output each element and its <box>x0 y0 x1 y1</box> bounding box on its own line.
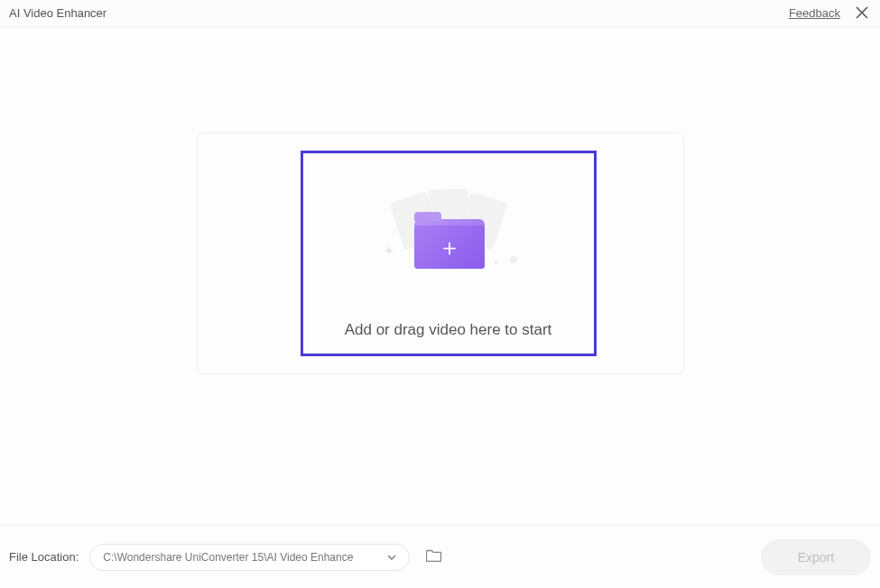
folder-plus-icon: ＋ ✦ ✦ <box>376 184 521 283</box>
dot-icon <box>510 256 517 263</box>
main-content: ＋ ✦ ✦ Add or drag video here to start <box>0 27 880 525</box>
close-button[interactable] <box>853 5 871 23</box>
add-video-dropzone[interactable]: ＋ ✦ ✦ Add or drag video here to start <box>301 151 597 356</box>
sparkle-icon: ✦ <box>384 243 394 258</box>
browse-folder-button[interactable] <box>424 547 444 567</box>
app-title: AI Video Enhancer <box>9 6 107 20</box>
sparkle-icon: ✦ <box>493 259 499 267</box>
folder-icon <box>426 548 442 565</box>
dropzone-prompt: Add or drag video here to start <box>345 321 552 339</box>
close-icon <box>856 5 868 22</box>
file-location-select[interactable]: C:\Wondershare UniConverter 15\AI Video … <box>89 544 410 571</box>
title-bar: AI Video Enhancer Feedback <box>0 0 880 27</box>
dropzone-panel: ＋ ✦ ✦ Add or drag video here to start <box>197 133 684 374</box>
feedback-link[interactable]: Feedback <box>789 6 840 20</box>
chevron-down-icon <box>387 552 396 562</box>
file-location-label: File Location: <box>9 550 79 564</box>
header-actions: Feedback <box>789 5 871 23</box>
export-button[interactable]: Export <box>761 539 871 575</box>
plus-icon: ＋ <box>438 235 461 259</box>
file-location-value: C:\Wondershare UniConverter 15\AI Video … <box>103 551 353 564</box>
bottom-bar: File Location: C:\Wondershare UniConvert… <box>0 525 880 588</box>
